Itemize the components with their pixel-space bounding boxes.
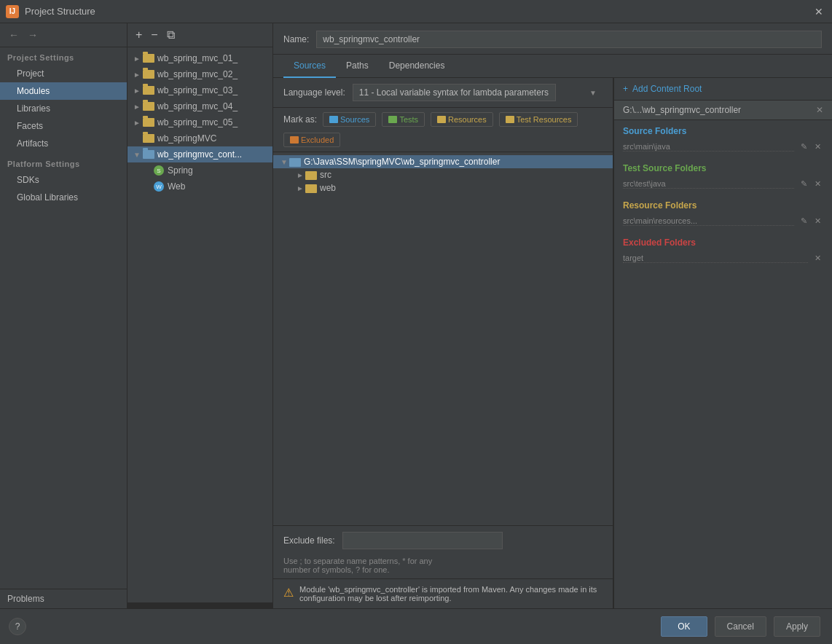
tree-item-wb-springMVC[interactable]: wb_springMVC <box>127 130 272 146</box>
exclude-files-label: Exclude files: <box>283 535 335 546</box>
language-level-select[interactable]: 11 - Local variable syntax for lambda pa… <box>353 84 556 101</box>
nav-forward-button[interactable]: → <box>25 28 41 42</box>
excluded-folder-remove-button[interactable]: ✕ <box>812 253 823 264</box>
test-source-folder-remove-button[interactable]: ✕ <box>812 178 823 189</box>
excluded-folder-actions: ✕ <box>812 253 823 264</box>
folder-icon <box>142 52 155 64</box>
sidebar-item-facets[interactable]: Facets <box>0 117 127 135</box>
mark-test-resources-button[interactable]: Test Resources <box>499 112 578 127</box>
tree-arrow: ► <box>132 55 142 63</box>
content-root-path-row: G:\...\wb_springmvc_controller ✕ <box>614 101 832 120</box>
sidebar-item-modules[interactable]: Modules <box>0 82 127 100</box>
ftree-arrow-right: ► <box>295 184 305 192</box>
sidebar-item-libraries[interactable]: Libraries <box>0 100 127 117</box>
tab-dependencies[interactable]: Dependencies <box>379 55 455 78</box>
name-row: Name: <box>273 23 832 55</box>
exclude-row: Exclude files: <box>273 525 613 555</box>
tree-item-wb-spring-mvc-03[interactable]: ► wb_spring_mvc_03_ <box>127 82 272 98</box>
exclude-files-input[interactable] <box>342 532 503 549</box>
test-source-folders-title: Test Source Folders <box>623 163 823 173</box>
mark-resources-button[interactable]: Resources <box>431 112 493 127</box>
test-source-folders-section: Test Source Folders src\test\java ✎ ✕ <box>614 157 832 195</box>
spring-icon: S <box>152 165 165 176</box>
ftree-item-src[interactable]: ► src <box>273 168 613 181</box>
tree-item-wb-spring-mvc-05[interactable]: ► wb_spring_mvc_05_ <box>127 114 272 130</box>
ftree-arrow-down: ▼ <box>279 158 289 166</box>
module-tree-area: ► wb_spring_mvc_01_ ► wb_spring_mvc_02_ … <box>127 47 272 602</box>
sidebar-item-global-libraries[interactable]: Global Libraries <box>0 189 127 206</box>
warning-icon: ⚠ <box>283 586 294 600</box>
ftree-item-web[interactable]: ► web <box>273 181 613 195</box>
name-input[interactable] <box>316 31 822 48</box>
language-level-wrapper: 11 - Local variable syntax for lambda pa… <box>353 84 603 101</box>
folder-icon <box>142 101 155 112</box>
tests-folder-icon <box>388 116 397 123</box>
tree-arrow: ► <box>132 87 142 95</box>
tree-item-wb-spring-mvc-04[interactable]: ► wb_spring_mvc_04_ <box>127 98 272 114</box>
tree-arrow-down: ▼ <box>132 151 142 159</box>
bottom-bar: OK Cancel Apply <box>0 608 832 644</box>
tree-arrow: ► <box>132 103 142 111</box>
source-folder-edit-button[interactable]: ✎ <box>798 141 809 152</box>
help-button[interactable]: ? <box>9 618 26 635</box>
ftree-arrow-right: ► <box>295 171 305 179</box>
tree-scrollbar[interactable] <box>127 602 272 608</box>
folder-icon <box>142 149 155 160</box>
tree-item-spring[interactable]: S Spring <box>127 162 272 178</box>
resource-folders-title: Resource Folders <box>623 200 823 211</box>
content-area: ← → Project Settings Project Modules Lib… <box>0 23 832 608</box>
add-content-root-button[interactable]: + Add Content Root <box>614 78 832 101</box>
copy-module-button[interactable]: ⧉ <box>165 28 177 42</box>
mark-tests-button[interactable]: Tests <box>382 112 425 127</box>
sidebar-item-sdks[interactable]: SDKs <box>0 171 127 189</box>
cancel-button[interactable]: Cancel <box>715 616 766 637</box>
apply-button[interactable]: Apply <box>774 616 820 637</box>
project-settings-section: Project Settings <box>0 47 127 65</box>
sidebar-item-project[interactable]: Project <box>0 65 127 82</box>
resource-folder-path: src\main\resources... <box>623 216 794 226</box>
tree-item-wb-springmvc-controller[interactable]: ▼ wb_springmvc_cont... <box>127 146 272 162</box>
right-panel: Name: Sources Paths Dependencies Languag… <box>273 23 832 608</box>
mark-sources-button[interactable]: Sources <box>323 112 376 127</box>
sidebar: ← → Project Settings Project Modules Lib… <box>0 23 127 608</box>
resource-folder-actions: ✎ ✕ <box>798 216 823 227</box>
source-folder-remove-button[interactable]: ✕ <box>812 141 823 152</box>
resources-folder-icon <box>437 116 446 123</box>
close-button[interactable]: ✕ <box>812 4 826 19</box>
module-tree: + − ⧉ ► wb_spring_mvc_01_ ► wb_spring_mv… <box>127 23 273 608</box>
add-module-button[interactable]: + <box>133 28 144 42</box>
tree-item-wb-spring-mvc-01[interactable]: ► wb_spring_mvc_01_ <box>127 50 272 66</box>
ftree-item-root[interactable]: ▼ G:\Java\SSM\springMVC\wb_springmvc_con… <box>273 155 613 168</box>
excluded-folders-section: Excluded Folders target ✕ <box>614 232 832 269</box>
mark-excluded-button[interactable]: Excluded <box>283 133 340 147</box>
plus-icon: + <box>623 84 628 94</box>
sidebar-item-artifacts[interactable]: Artifacts <box>0 135 127 152</box>
remove-module-button[interactable]: − <box>149 28 160 42</box>
tree-item-web[interactable]: W Web <box>127 178 272 195</box>
folder-icon <box>142 68 155 80</box>
sources-folder-icon <box>329 116 338 123</box>
nav-back-button[interactable]: ← <box>6 28 22 42</box>
excluded-folder-path: target <box>623 254 808 263</box>
source-folders-title: Source Folders <box>623 126 823 136</box>
source-folders-section: Source Folders src\main\java ✎ ✕ <box>614 120 832 157</box>
tab-sources[interactable]: Sources <box>283 55 336 78</box>
folder-icon <box>142 117 155 128</box>
test-source-folder-edit-button[interactable]: ✎ <box>798 178 809 189</box>
resource-folder-edit-button[interactable]: ✎ <box>798 216 809 227</box>
tree-item-wb-spring-mvc-02[interactable]: ► wb_spring_mvc_02_ <box>127 66 272 82</box>
resource-folder-remove-button[interactable]: ✕ <box>812 216 823 227</box>
source-folder-actions: ✎ ✕ <box>798 141 823 152</box>
sources-left: Language level: 11 - Local variable synt… <box>273 78 613 608</box>
sidebar-item-problems[interactable]: Problems <box>0 589 127 608</box>
warning-text: Module 'wb_springmvc_controller' is impo… <box>299 585 603 602</box>
nav-arrows: ← → <box>0 23 127 47</box>
tab-paths[interactable]: Paths <box>336 55 379 78</box>
test-resources-folder-icon <box>506 116 514 123</box>
content-root-path-text: G:\...\wb_springmvc_controller <box>623 105 741 115</box>
ok-button[interactable]: OK <box>661 616 707 637</box>
file-tree: ▼ G:\Java\SSM\springMVC\wb_springmvc_con… <box>273 152 613 525</box>
language-level-row: Language level: 11 - Local variable synt… <box>273 78 613 108</box>
folder-icon <box>142 133 155 144</box>
content-root-close-button[interactable]: ✕ <box>816 105 823 115</box>
